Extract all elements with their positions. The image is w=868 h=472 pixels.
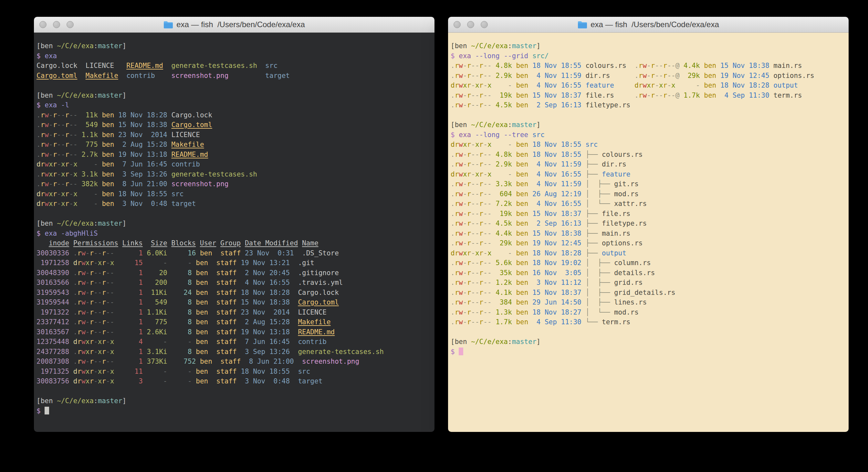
terminal-text: master — [512, 42, 536, 50]
terminal-text — [512, 190, 516, 198]
terminal-text — [528, 318, 532, 326]
terminal-text: 8 — [188, 318, 192, 326]
terminal-text: ├── — [585, 210, 602, 217]
permission-char: - — [667, 72, 671, 80]
terminal-text — [98, 200, 102, 208]
permission-char: - — [671, 62, 676, 69]
terminal-line: .rw-r--r-- 3.3k ben 4 Nov 11:59 │ ├── gi… — [451, 179, 846, 189]
terminal-text: Cargo.toml — [171, 121, 212, 129]
terminal-text — [167, 328, 188, 336]
terminal-text — [512, 200, 516, 208]
terminal-text — [512, 72, 516, 80]
permission-char: - — [94, 348, 98, 356]
terminal-text — [208, 377, 216, 385]
permission-char: - — [483, 62, 488, 69]
terminal-text — [237, 298, 241, 306]
permission-char: . — [36, 170, 41, 178]
permission-char: w — [459, 230, 463, 237]
permission-char: x — [98, 338, 102, 346]
terminal-text — [192, 318, 196, 326]
close-button[interactable] — [454, 21, 461, 28]
terminal-text: ben — [196, 289, 208, 296]
right-window-titlebar[interactable]: exa — fish /Users/ben/Code/exa/exa — [448, 17, 848, 33]
permission-char: r — [479, 200, 484, 208]
permission-char: - — [61, 131, 65, 139]
permission-char: - — [94, 358, 98, 365]
minimize-button[interactable] — [467, 21, 474, 28]
permission-char: - — [471, 160, 475, 168]
terminal-text — [143, 239, 151, 247]
permission-char: r — [53, 131, 57, 139]
terminal-text: - — [188, 377, 192, 385]
permission-char: r — [455, 62, 459, 69]
terminal-text: staff — [216, 279, 237, 287]
permission-char: x — [98, 348, 102, 356]
terminal-text — [114, 358, 138, 365]
terminal-text — [626, 62, 634, 69]
left-terminal-screen[interactable]: [ben ~/C/e/exa:master]$ exaCargo.lock LI… — [34, 33, 434, 432]
terminal-text: 4 Nov 16:55 — [241, 279, 290, 287]
terminal-text: LICENCE — [86, 62, 114, 69]
permission-char: - — [471, 289, 475, 296]
permission-char: r — [41, 111, 45, 119]
permission-char: - — [98, 279, 102, 287]
terminal-text — [114, 190, 118, 198]
permission-char: . — [73, 308, 78, 316]
permission-char: r — [467, 289, 471, 296]
terminal-text: 2.7k — [82, 151, 98, 158]
terminal-text: 18 Nov 18:55 — [532, 62, 582, 69]
terminal-line: [ben ~/C/e/exa:master] — [451, 41, 846, 51]
permission-char: r — [455, 289, 459, 296]
permission-char: x — [463, 249, 467, 257]
permission-char: - — [659, 72, 663, 80]
terminal-text: - — [94, 190, 98, 198]
permission-char: - — [106, 348, 110, 356]
permission-char: r — [90, 367, 94, 375]
terminal-text — [512, 289, 516, 296]
terminal-text: ben — [516, 72, 528, 80]
permission-char: w — [82, 358, 86, 365]
permission-char: . — [36, 131, 41, 139]
close-button[interactable] — [39, 21, 46, 28]
permission-char: - — [475, 308, 479, 316]
terminal-text: ben — [516, 62, 528, 69]
terminal-text: staff — [216, 259, 237, 267]
terminal-text — [492, 298, 500, 306]
terminal-text: ├── — [585, 249, 602, 257]
left-window-titlebar[interactable]: exa — fish /Users/ben/Code/exa/exa — [34, 17, 434, 33]
permission-char: w — [82, 318, 86, 326]
permission-char: x — [110, 348, 114, 356]
terminal-text — [192, 328, 196, 336]
minimize-button[interactable] — [53, 21, 60, 28]
permission-char: - — [57, 131, 61, 139]
terminal-text: contrib — [126, 72, 155, 80]
permission-char: - — [463, 279, 467, 287]
terminal-text — [582, 210, 586, 217]
permission-char: - — [73, 151, 78, 158]
permission-char: - — [471, 308, 475, 316]
permission-char: w — [82, 269, 86, 277]
terminal-text: grid.rs — [614, 279, 643, 287]
right-terminal-screen[interactable]: [ben ~/C/e/exa:master]$ exa --long --gri… — [448, 33, 848, 432]
zoom-button[interactable] — [481, 21, 488, 28]
terminal-text — [700, 62, 704, 69]
permission-char: - — [483, 318, 488, 326]
permission-char: r — [41, 190, 45, 198]
terminal-text — [192, 308, 196, 316]
permission-char: r — [455, 249, 459, 257]
permission-char: r — [467, 269, 471, 277]
permission-char: - — [463, 230, 467, 237]
permission-char: - — [49, 131, 53, 139]
permission-char: - — [483, 190, 488, 198]
terminal-text: ben — [102, 160, 114, 168]
terminal-text — [582, 72, 586, 80]
permission-char: - — [667, 82, 671, 89]
permission-char: r — [639, 72, 643, 80]
terminal-text — [492, 308, 496, 316]
terminal-text: 604 — [500, 190, 512, 198]
terminal-text — [69, 328, 73, 336]
terminal-text — [716, 72, 720, 80]
zoom-button[interactable] — [66, 21, 74, 28]
terminal-text — [512, 259, 516, 267]
permission-char: w — [44, 121, 49, 129]
